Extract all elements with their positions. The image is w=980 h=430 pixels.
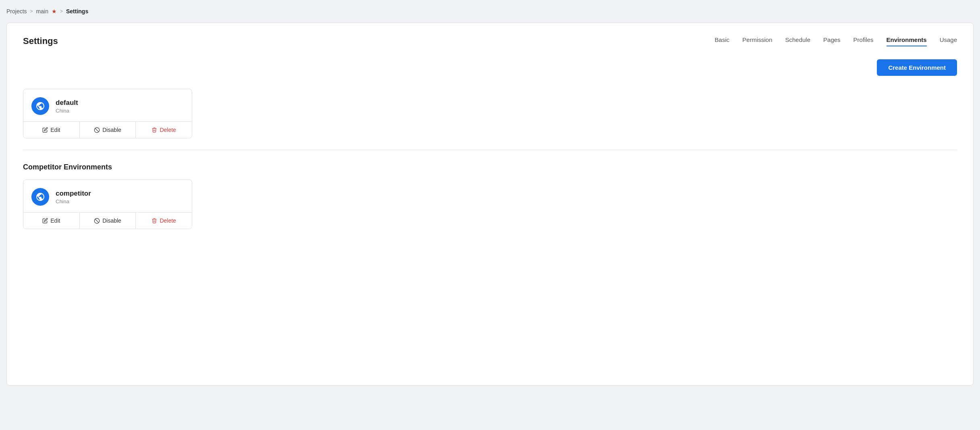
competitor-disable-label: Disable xyxy=(102,217,121,224)
tab-environments[interactable]: Environments xyxy=(887,36,927,46)
default-env-name: default xyxy=(56,99,78,107)
disable-icon-competitor xyxy=(94,218,100,224)
competitor-edit-label: Edit xyxy=(50,217,60,224)
competitor-delete-label: Delete xyxy=(160,217,176,224)
svg-line-3 xyxy=(95,219,99,223)
delete-icon-competitor xyxy=(152,218,157,223)
svg-line-1 xyxy=(95,128,99,132)
competitor-env-card: competitor China Edit Disable xyxy=(23,180,192,229)
page-title: Settings xyxy=(23,36,58,46)
breadcrumb: Projects > main ★ > Settings xyxy=(6,6,974,16)
breadcrumb-main[interactable]: main xyxy=(36,8,48,15)
disable-icon xyxy=(94,127,100,133)
delete-icon xyxy=(152,127,157,133)
tab-usage[interactable]: Usage xyxy=(940,36,957,46)
edit-icon xyxy=(42,127,48,133)
competitor-env-region: China xyxy=(56,198,91,205)
tab-permission[interactable]: Permission xyxy=(742,36,772,46)
create-env-row: Create Environment xyxy=(23,59,957,76)
default-edit-button[interactable]: Edit xyxy=(23,122,80,138)
competitor-delete-button[interactable]: Delete xyxy=(136,213,192,229)
nav-tabs: Basic Permission Schedule Pages Profiles… xyxy=(715,36,957,46)
section-divider xyxy=(23,150,957,150)
breadcrumb-projects[interactable]: Projects xyxy=(6,8,27,15)
globe-icon xyxy=(35,101,45,111)
globe-icon-competitor xyxy=(35,192,45,202)
tab-pages[interactable]: Pages xyxy=(823,36,841,46)
default-env-card: default China Edit Disable xyxy=(23,89,192,138)
competitor-section-heading: Competitor Environments xyxy=(23,163,957,171)
competitor-env-card-top: competitor China xyxy=(23,180,192,212)
default-delete-label: Delete xyxy=(160,127,176,133)
edit-icon-competitor xyxy=(42,218,48,223)
default-edit-label: Edit xyxy=(50,127,60,133)
settings-container: Settings Basic Permission Schedule Pages… xyxy=(6,23,974,386)
default-disable-label: Disable xyxy=(102,127,121,133)
default-env-icon xyxy=(31,97,49,115)
breadcrumb-sep2: > xyxy=(60,8,63,14)
default-env-actions: Edit Disable Delete xyxy=(23,121,192,138)
default-delete-button[interactable]: Delete xyxy=(136,122,192,138)
tab-profiles[interactable]: Profiles xyxy=(853,36,874,46)
default-env-info: default China xyxy=(56,99,78,114)
default-env-region: China xyxy=(56,108,78,114)
create-environment-button[interactable]: Create Environment xyxy=(877,59,957,76)
competitor-disable-button[interactable]: Disable xyxy=(80,213,136,229)
star-icon: ★ xyxy=(52,8,57,15)
competitor-edit-button[interactable]: Edit xyxy=(23,213,80,229)
tab-schedule[interactable]: Schedule xyxy=(785,36,810,46)
tab-basic[interactable]: Basic xyxy=(715,36,730,46)
default-env-card-top: default China xyxy=(23,89,192,121)
competitor-env-icon xyxy=(31,188,49,206)
breadcrumb-current: Settings xyxy=(66,8,88,15)
header-row: Settings Basic Permission Schedule Pages… xyxy=(23,36,957,46)
competitor-env-actions: Edit Disable Delete xyxy=(23,212,192,229)
competitor-env-name: competitor xyxy=(56,190,91,198)
competitor-env-info: competitor China xyxy=(56,190,91,205)
default-disable-button[interactable]: Disable xyxy=(80,122,136,138)
breadcrumb-sep1: > xyxy=(30,8,33,14)
